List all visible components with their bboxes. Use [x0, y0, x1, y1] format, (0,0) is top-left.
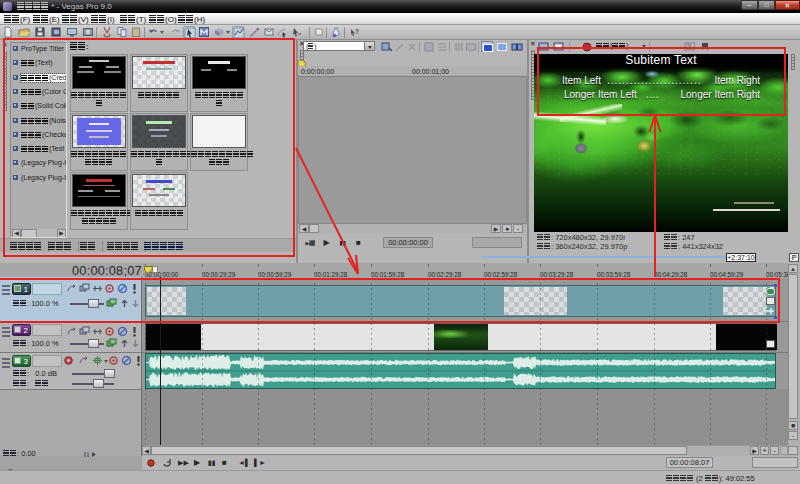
- svg-text:?: ?: [355, 28, 359, 35]
